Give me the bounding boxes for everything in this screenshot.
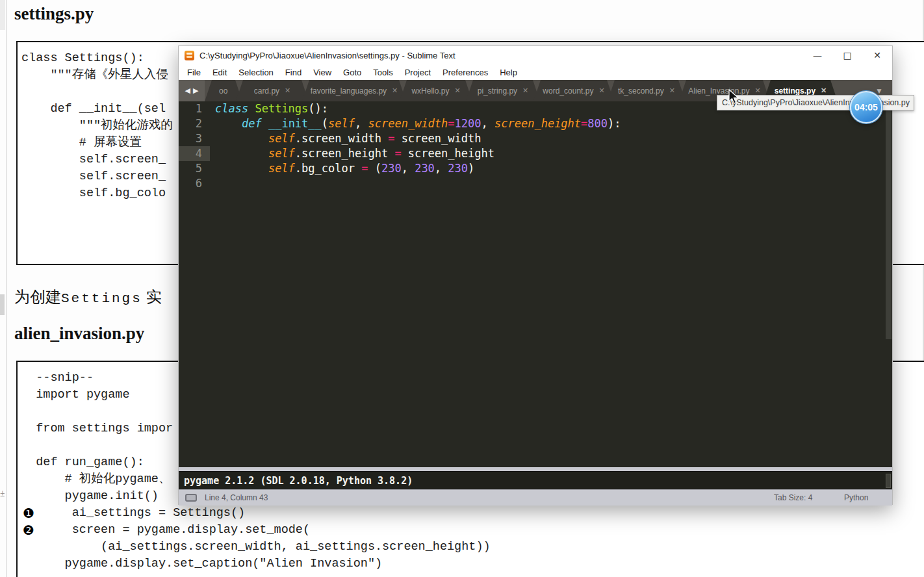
code-line[interactable]: 3 self.screen_width = screen_width xyxy=(179,131,892,146)
tab-forward-icon[interactable]: ▶ xyxy=(193,86,198,95)
doc-code-line: ❶ ai_settings = Settings() xyxy=(21,505,924,522)
code-text: self.screen_height = screen_height xyxy=(202,146,494,161)
viewer-left-edge xyxy=(6,0,6,577)
status-bar: Line 4, Column 43 Tab Size: 4 Python xyxy=(179,489,892,506)
code-line[interactable]: 6 xyxy=(179,176,892,191)
doc-paragraph: 为创建Settings 实 xyxy=(14,287,162,307)
tab-label: pi_string.py xyxy=(478,86,517,96)
menu-item-tools[interactable]: Tools xyxy=(367,68,398,77)
menu-item-view[interactable]: View xyxy=(307,68,337,77)
cursor-position: Line 4, Column 43 xyxy=(205,493,268,502)
tab-label: oo xyxy=(219,86,227,96)
tab-oo[interactable]: oo xyxy=(205,80,242,101)
line-number: 5 xyxy=(179,161,202,176)
code-text: def __init__(self, screen_width=1200, sc… xyxy=(202,116,621,131)
tab-label: card.py xyxy=(254,86,279,96)
tab-path-tooltip: C:\yStudying\PyPro\Jiaoxue\AlienInvasio … xyxy=(717,95,914,110)
line-number: 4 xyxy=(179,146,202,161)
line-number: 2 xyxy=(179,116,202,131)
tab-label: tk_second.py xyxy=(618,86,664,96)
tab-back-icon[interactable]: ◀ xyxy=(185,86,190,95)
tab-wxhello-py[interactable]: wxHello.py✕ xyxy=(400,80,472,101)
editor-area[interactable]: 1class Settings():2 def __init__(self, s… xyxy=(179,101,892,467)
viewer-scrollbar-thumb[interactable] xyxy=(0,294,5,315)
tab-close-icon[interactable]: ✕ xyxy=(821,86,827,95)
tab-nav-arrows[interactable]: ◀▶ xyxy=(179,80,205,101)
tab-tk-second-py[interactable]: tk_second.py✕ xyxy=(608,80,686,101)
code-line[interactable]: 5 self.bg_color = (230, 230, 230) xyxy=(179,161,892,176)
mouse-cursor xyxy=(728,89,742,105)
sublime-window: C:\yStudying\PyPro\Jiaoxue\AlienInvasion… xyxy=(178,45,893,505)
tab-card-py[interactable]: card.py✕ xyxy=(236,80,309,101)
code-text: class Settings(): xyxy=(202,101,328,116)
menu-item-find[interactable]: Find xyxy=(279,68,307,77)
close-button[interactable]: ✕ xyxy=(862,46,892,64)
tab-label: wxHello.py xyxy=(411,86,449,96)
code-text xyxy=(202,176,215,191)
tab-word-count-py[interactable]: word_count.py✕ xyxy=(533,80,614,101)
code-text: self.bg_color = (230, 230, 230) xyxy=(202,161,474,176)
line-number: 3 xyxy=(179,131,202,146)
viewer-edge-text-fragment: ± xyxy=(0,489,5,499)
window-title: C:\yStudying\PyPro\Jiaoxue\AlienInvasion… xyxy=(199,51,456,60)
menu-item-project[interactable]: Project xyxy=(399,68,437,77)
console-scrollbar-thumb[interactable] xyxy=(886,474,891,488)
tab-close-icon[interactable]: ✕ xyxy=(522,86,528,95)
line-number: 1 xyxy=(179,101,202,116)
menu-item-help[interactable]: Help xyxy=(494,68,523,77)
doc-paragraph-code: Settings xyxy=(61,291,142,306)
doc-paragraph-zh-suffix: 实 xyxy=(142,288,162,305)
tab-close-icon[interactable]: ✕ xyxy=(454,86,460,95)
tab-pi-string-py[interactable]: pi_string.py✕ xyxy=(466,80,540,101)
tab-close-icon[interactable]: ✕ xyxy=(598,86,604,95)
recording-timer-badge: 04:05 xyxy=(850,91,882,123)
doc-code-line: ❷ screen = pygame.display.set_mode( xyxy=(21,522,924,539)
tab-close-icon[interactable]: ✕ xyxy=(392,86,398,95)
tab-favorite-languages-py[interactable]: favorite_languages.py✕ xyxy=(302,80,406,101)
maximize-button[interactable]: □ xyxy=(832,46,862,64)
menu-item-selection[interactable]: Selection xyxy=(233,68,279,77)
doc-heading-settings-py: settings.py xyxy=(14,4,94,24)
minimize-button[interactable]: — xyxy=(802,46,832,64)
tab-label: word_count.py xyxy=(543,86,593,96)
sublime-icon xyxy=(185,51,194,60)
console-output: pygame 2.1.2 (SDL 2.0.18, Python 3.8.2) xyxy=(184,475,413,487)
doc-annotation-marker: ❷ xyxy=(23,522,34,539)
tab-close-icon[interactable]: ✕ xyxy=(669,86,675,95)
tab-label: favorite_languages.py xyxy=(311,86,387,96)
tab-label: settings.py xyxy=(775,86,815,96)
tab-size-indicator[interactable]: Tab Size: 4 xyxy=(774,493,812,502)
code-line[interactable]: 2 def __init__(self, screen_width=1200, … xyxy=(179,116,892,131)
menu-item-edit[interactable]: Edit xyxy=(207,68,233,77)
editor-scrollbar[interactable] xyxy=(886,104,892,465)
panel-toggle-icon[interactable] xyxy=(185,494,197,502)
doc-code-line: pygame.display.set_caption("Alien Invasi… xyxy=(21,556,924,572)
line-number: 6 xyxy=(179,176,202,191)
menu-item-preferences[interactable]: Preferences xyxy=(437,68,494,77)
menu-item-file[interactable]: File xyxy=(181,68,207,77)
menu-bar: FileEditSelectionFindViewGotoToolsProjec… xyxy=(179,64,892,80)
title-bar[interactable]: C:\yStudying\PyPro\Jiaoxue\AlienInvasion… xyxy=(179,46,892,64)
viewer-corner-fragment xyxy=(0,0,5,30)
syntax-indicator[interactable]: Python xyxy=(844,493,868,502)
tab-close-icon[interactable]: ✕ xyxy=(754,86,760,95)
code-line[interactable]: 4 self.screen_height = screen_height xyxy=(179,146,892,161)
console-panel[interactable]: pygame 2.1.2 (SDL 2.0.18, Python 3.8.2) xyxy=(179,471,892,489)
code-text: self.screen_width = screen_width xyxy=(202,131,481,146)
tab-close-icon[interactable]: ✕ xyxy=(285,86,290,95)
window-controls: — □ ✕ xyxy=(802,46,892,64)
doc-paragraph-zh-prefix: 为创建 xyxy=(14,288,61,305)
editor-scrollbar-thumb[interactable] xyxy=(886,105,892,339)
menu-item-goto[interactable]: Goto xyxy=(337,68,367,77)
desktop: ± settings.py class Settings(): """存储《外星… xyxy=(0,0,924,577)
doc-heading-alien-invasion-py: alien_invasion.py xyxy=(14,324,144,344)
doc-code-line: (ai_settings.screen_width, ai_settings.s… xyxy=(21,539,924,556)
doc-annotation-marker: ❶ xyxy=(23,505,34,522)
